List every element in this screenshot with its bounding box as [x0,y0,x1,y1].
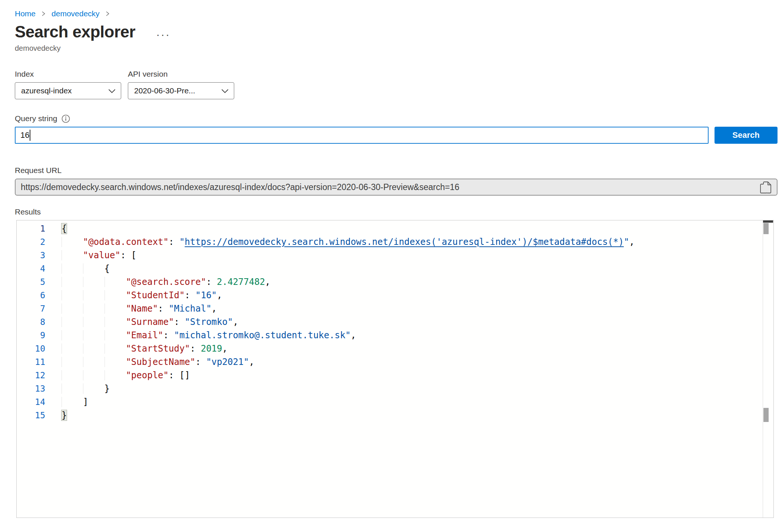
code-line: 15} [17,409,773,422]
query-input[interactable]: 16 [15,127,709,144]
api-version-dropdown-value: 2020-06-30-Pre... [134,86,195,95]
code-line: 7 "Name": "Michal", [17,302,773,315]
chevron-down-icon [221,86,229,95]
line-number: 7 [17,302,62,315]
index-dropdown[interactable]: azuresql-index [15,82,121,99]
line-number: 10 [17,342,62,355]
text-caret [30,130,30,141]
line-number: 5 [17,275,62,289]
index-dropdown-value: azuresql-index [21,86,72,95]
results-label: Results [15,207,778,216]
chevron-right-icon [41,11,46,17]
info-icon[interactable] [62,114,70,123]
code-line: 9 "Email": "michal.stromko@.student.tuke… [17,329,773,342]
scrollbar-thumb[interactable] [763,223,769,234]
line-number: 2 [17,235,62,249]
code-lines: 1{2 "@odata.context": "https://demovedec… [17,222,773,422]
code-line: 8 "Surname": "Stromko", [17,315,773,329]
code-line: 1{ [17,222,773,235]
breadcrumb-home-link[interactable]: Home [15,9,36,18]
copy-icon[interactable] [760,181,772,194]
chevron-right-icon [105,11,110,17]
overview-ruler-cursor-marker [763,408,769,422]
query-string-label: Query string [15,114,57,123]
code-line: 13 } [17,382,773,395]
code-line: 2 "@odata.context": "https://demovedecky… [17,235,773,249]
page-title: Search explorer [15,23,135,41]
results-json-editor[interactable]: 1{2 "@odata.context": "https://demovedec… [16,220,774,518]
request-url-value: https://demovedecky.search.windows.net/i… [21,182,459,192]
api-version-label: API version [128,70,234,79]
code-line: 12 "people": [] [17,369,773,382]
code-line: 3 "value": [ [17,249,773,262]
line-number: 11 [17,355,62,369]
line-number: 15 [17,409,62,422]
page-subtitle: demovedecky [15,44,778,53]
search-button[interactable]: Search [715,127,778,144]
line-number: 6 [17,289,62,302]
index-label: Index [15,70,121,79]
breadcrumb-demovedecky-link[interactable]: demovedecky [52,9,100,18]
line-number: 8 [17,315,62,329]
chevron-down-icon [108,86,116,95]
code-line: 6 "StudentId": "16", [17,289,773,302]
code-line: 11 "SubjectName": "vp2021", [17,355,773,369]
request-url-label: Request URL [15,166,778,175]
line-number: 3 [17,249,62,262]
overview-ruler-top-decoration [763,220,773,223]
breadcrumb: Home demovedecky [15,9,778,18]
request-url-field[interactable]: https://demovedecky.search.windows.net/i… [15,179,778,196]
line-number: 12 [17,369,62,382]
code-line: 4 { [17,262,773,275]
line-number: 4 [17,262,62,275]
line-number: 14 [17,395,62,409]
editor-overview-ruler [763,220,773,518]
search-explorer-blade: Home demovedecky Search explorer ··· dem… [0,9,778,518]
line-number: 13 [17,382,62,395]
line-number: 9 [17,329,62,342]
more-options-button[interactable]: ··· [156,26,170,38]
code-line: 14 ] [17,395,773,409]
code-line: 5 "@search.score": 2.4277482, [17,275,773,289]
query-input-value: 16 [20,130,29,140]
api-version-dropdown[interactable]: 2020-06-30-Pre... [128,82,234,99]
line-number: 1 [17,222,62,235]
code-line: 10 "StartStudy": 2019, [17,342,773,355]
